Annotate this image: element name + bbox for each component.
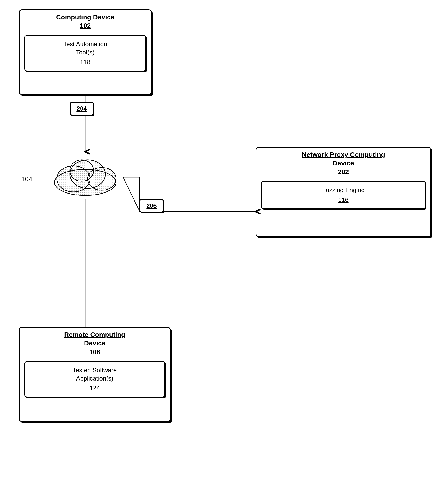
device-102-title: Computing Device 102 [20,10,151,32]
label-104: 104 [21,175,32,183]
fuzzing-engine-inner-box: Fuzzing Engine 116 [261,181,425,209]
remote-computing-device-106: Remote Computing Device 106 Tested Softw… [19,327,170,422]
network-proxy-device-202: Network Proxy Computing Device 202 Fuzzi… [256,147,431,237]
box-204: 204 [70,102,94,115]
box-206: 206 [140,199,163,213]
cloud-104 [47,152,123,199]
device-202-title: Network Proxy Computing Device 202 [256,148,430,178]
computing-device-102: Computing Device 102 Test Automation Too… [19,9,152,95]
test-automation-inner-box: Test Automation Tool(s) 118 [24,35,146,71]
device-106-title: Remote Computing Device 106 [20,328,170,358]
svg-line-13 [123,177,140,212]
tested-software-inner-box: Tested Software Application(s) 124 [24,361,165,397]
diagram: Computing Device 102 Test Automation Too… [0,0,448,485]
